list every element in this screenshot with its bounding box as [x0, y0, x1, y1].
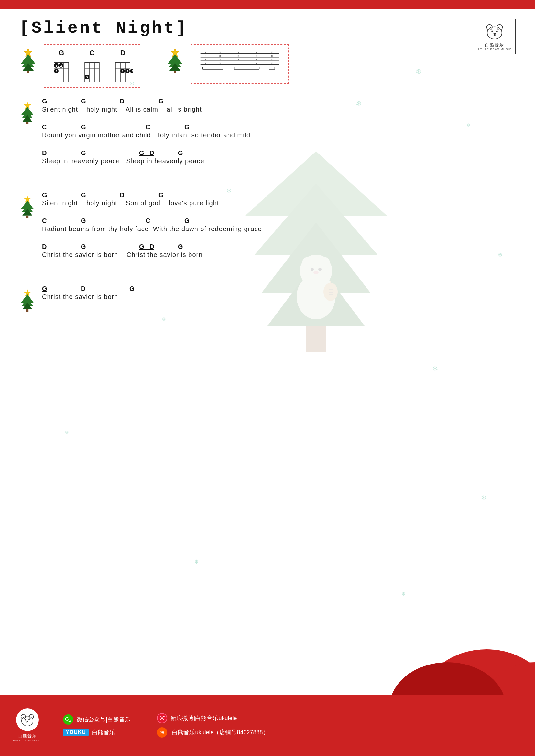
chord: G D	[139, 149, 178, 157]
chord: G	[81, 149, 139, 157]
chord: G	[81, 191, 120, 199]
song-line: D G G D G Christ the savior is born Chri…	[42, 243, 516, 258]
brand-logo: 白熊音乐 POLAR BEAR MUSIC	[473, 19, 516, 54]
weibo-label: 新浪微博|白熊音乐ukulele	[170, 714, 237, 722]
svg-point-129	[66, 718, 67, 719]
svg-text:×: ×	[205, 54, 206, 58]
verse-3-section: G D G Christ the savior is born	[19, 285, 516, 313]
song-line: D G G D G Sleep in heavenly peace Sleep …	[42, 149, 516, 165]
svg-point-121	[389, 662, 506, 694]
verse-3-lines: G D G Christ the savior is born	[42, 285, 516, 311]
verse-2-header: G G D G Silent night holy night Son of g…	[19, 191, 516, 269]
chords-line: G D G	[42, 285, 516, 292]
chord: G	[129, 285, 168, 292]
svg-point-119	[422, 649, 535, 694]
chord: G	[81, 123, 146, 131]
chord-c: C 3	[81, 49, 102, 83]
svg-rect-53	[174, 71, 176, 73]
taobao-item: 淘 |白熊音乐ukulele（店铺号84027888）	[157, 727, 269, 738]
chord: G	[81, 97, 120, 105]
song-line: C G C G Round yon virgin mother and chil…	[42, 123, 516, 139]
verse-1-lines: G G D G Silent night holy night All is c…	[42, 97, 516, 175]
tree-icon-verse2	[19, 195, 36, 219]
lyrics: Christ the savior is born Christ the sav…	[42, 251, 516, 258]
snowflake: ❄	[432, 364, 438, 373]
taobao-label: |白熊音乐ukulele（店铺号84027888）	[170, 729, 269, 736]
svg-point-5	[493, 33, 496, 35]
chord: D	[42, 243, 81, 251]
lyrics: Radiant beams from thy holy face With th…	[42, 225, 516, 233]
chord: G D	[139, 243, 178, 251]
red-hills	[357, 636, 535, 694]
chords-line: G G D G	[42, 97, 516, 105]
footer-logo-area: 白熊音乐 POLAR BEAR MUSIC	[13, 709, 50, 742]
svg-text:×: ×	[219, 62, 221, 65]
footer-bear-circle	[16, 709, 39, 731]
strumming-pattern-box: × × × × × × × × × × × × × ×	[190, 44, 289, 84]
svg-point-3	[491, 31, 493, 32]
snowflake: ❄	[401, 591, 406, 597]
svg-rect-90	[306, 326, 326, 352]
svg-text:2: 2	[60, 64, 62, 67]
page-title: [Slient Night]	[19, 19, 516, 38]
chord-g-label: G	[59, 49, 64, 57]
svg-point-128	[65, 717, 69, 720]
lyrics: Sleep in heavenly peace Sleep in heavenl…	[42, 157, 516, 165]
bear-logo-svg	[483, 22, 506, 41]
chords-line: C G C G	[42, 217, 516, 225]
tree-icon-center	[166, 47, 184, 75]
svg-text:×: ×	[219, 58, 221, 61]
svg-text:3: 3	[131, 70, 133, 73]
footer: 白熊音乐 POLAR BEAR MUSIC 微信公众号|白熊音乐 YOUKU	[0, 694, 535, 756]
svg-text:×: ×	[238, 58, 239, 61]
svg-text:×: ×	[256, 54, 257, 58]
weibo-icon	[157, 713, 167, 723]
wechat-label: 微信公众号|白熊音乐	[77, 716, 131, 723]
chord: D	[120, 191, 158, 199]
song-line: G G D G Silent night holy night Son of g…	[42, 191, 516, 207]
chord: G	[184, 123, 223, 131]
svg-text:1: 1	[122, 70, 123, 73]
svg-text:×: ×	[238, 51, 239, 54]
strum-pattern: × × × × × × × × × × × × × ×	[198, 49, 282, 79]
svg-rect-118	[26, 309, 28, 311]
chord: C	[42, 123, 81, 131]
verse-2-lines: G G D G Silent night holy night Son of g…	[42, 191, 516, 269]
svg-rect-108	[26, 122, 28, 124]
svg-rect-113	[26, 216, 28, 218]
chords-line: D G G D G	[42, 243, 516, 251]
footer-social-left: 微信公众号|白熊音乐 YOUKU 白熊音乐	[63, 714, 144, 736]
chord: G	[178, 243, 217, 251]
verse-1-section: G G D G Silent night holy night All is c…	[19, 97, 516, 175]
chord: G	[42, 97, 81, 105]
lyrics: Round yon virgin mother and child Holy i…	[42, 132, 516, 139]
main-content: ❄ ❄ ❄ ❄ ❄ ❄ ❄ ❄ ❄ ❄ ❄ ❄ 白熊音乐 POLAR BEAR …	[0, 9, 535, 313]
svg-point-127	[27, 721, 28, 722]
chord: C	[146, 123, 184, 131]
svg-point-4	[496, 31, 497, 32]
song-line: C G C G Radiant beams from thy holy face…	[42, 217, 516, 233]
weibo-item: 新浪微博|白熊音乐ukulele	[157, 713, 269, 723]
snowflake: ❄	[65, 429, 69, 435]
chord: G	[42, 285, 81, 292]
lyrics: Christ the savior is born	[42, 293, 516, 301]
chords-line: C G C G	[42, 123, 516, 131]
svg-text:3: 3	[55, 70, 57, 73]
chord: G	[178, 149, 217, 157]
svg-text:×: ×	[205, 51, 206, 54]
svg-text:淘: 淘	[160, 730, 164, 734]
svg-text:×: ×	[271, 51, 273, 54]
svg-text:×: ×	[256, 51, 257, 54]
svg-text:3: 3	[86, 76, 88, 79]
svg-point-97	[313, 271, 319, 274]
logo-en: POLAR BEAR MUSIC	[477, 48, 511, 51]
song-line: G D G Christ the savior is born	[42, 285, 516, 301]
svg-point-132	[69, 720, 69, 721]
svg-point-134	[161, 717, 163, 719]
chord-diagrams-box: G 1 2 3	[44, 44, 140, 88]
chords-area: G 1 2 3	[19, 44, 516, 88]
svg-point-130	[68, 718, 69, 719]
chord: G	[42, 191, 81, 199]
svg-text:×: ×	[219, 54, 221, 58]
chords-line: G G D G	[42, 191, 516, 199]
